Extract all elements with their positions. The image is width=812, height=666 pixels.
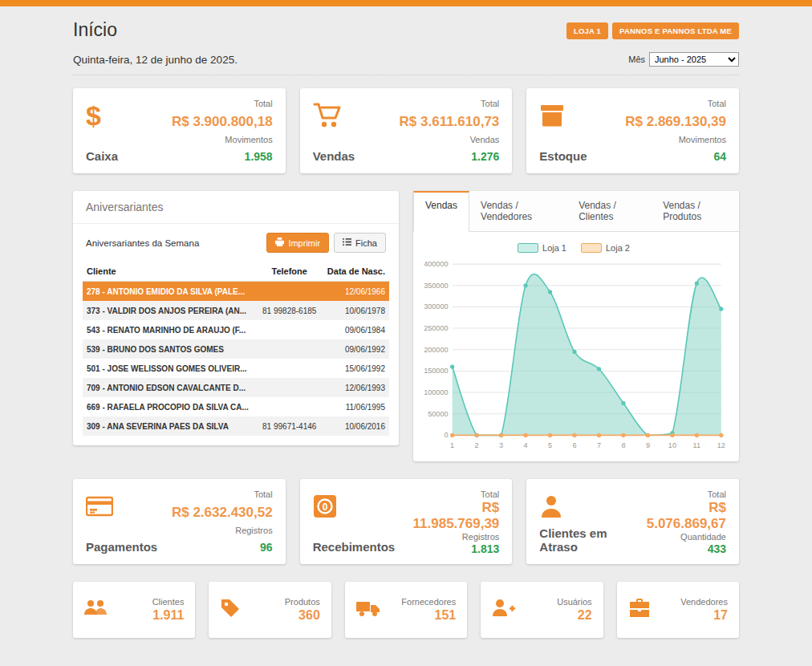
total-value: R$ 5.076.869,67 <box>636 500 726 532</box>
count-value: 64 <box>625 150 726 163</box>
sales-tabs: Vendas Vendas / Vendedores Vendas / Clie… <box>413 191 739 232</box>
company-button[interactable]: PANNOS E PANNOS LTDA ME <box>612 22 739 39</box>
tab-vendas-vendedores[interactable]: Vendas / Vendedores <box>469 191 567 231</box>
stat-card-pagamentos: Pagamentos Total R$ 2.632.430,52 Registr… <box>73 479 286 564</box>
svg-text:9: 9 <box>646 441 650 449</box>
svg-text:7: 7 <box>597 441 601 449</box>
legend-loja1: Loja 1 <box>518 243 566 253</box>
top-accent-bar <box>0 0 812 6</box>
stat-card-vendas: Vendas Total R$ 3.611.610,73 Vendas 1.27… <box>300 88 513 173</box>
svg-text:350000: 350000 <box>424 282 448 290</box>
money-badge-icon: 0 <box>313 489 396 523</box>
month-select[interactable]: Junho - 2025 <box>649 52 739 67</box>
tab-vendas-produtos[interactable]: Vendas / Produtos <box>652 191 739 231</box>
store-button[interactable]: LOJA 1 <box>566 22 608 39</box>
page-title: Início <box>73 19 117 41</box>
table-row[interactable]: 501 - JOSE WELISSON GOMES OLIVEIR...15/0… <box>83 359 389 378</box>
count-label: Movimentos <box>625 135 726 144</box>
table-row[interactable]: 539 - BRUNO DOS SANTOS GOMES09/06/1992 <box>83 339 389 359</box>
person-icon <box>539 489 636 523</box>
print-button[interactable]: Imprimir <box>266 233 329 253</box>
mini-label: Usuários <box>521 597 591 607</box>
cart-icon <box>313 99 355 132</box>
stat-card-title: Caixa <box>86 149 118 163</box>
tab-vendas[interactable]: Vendas <box>413 191 469 232</box>
mini-card-clientes: Clientes 1.911 <box>73 582 195 638</box>
count-value: 1.813 <box>395 542 499 555</box>
svg-text:5: 5 <box>548 441 552 449</box>
svg-text:100000: 100000 <box>424 388 448 396</box>
mini-label: Produtos <box>249 597 319 607</box>
total-label: Total <box>172 489 273 499</box>
loja2-swatch <box>581 243 602 253</box>
tab-vendas-clientes[interactable]: Vendas / Clientes <box>567 191 652 231</box>
svg-text:0: 0 <box>445 431 449 439</box>
current-date: Quinta-feira, 12 de junho de 2025. <box>73 54 238 66</box>
birthdays-table: Cliente Telefone Data de Nasc. 278 - ANT… <box>83 262 389 436</box>
count-label: Registros <box>172 526 273 535</box>
mini-value: 1.911 <box>113 608 184 623</box>
mini-value: 360 <box>249 608 319 623</box>
count-value: 96 <box>172 541 273 554</box>
mini-card-produtos: Produtos 360 <box>209 582 331 638</box>
count-label: Movimentos <box>172 135 273 144</box>
sales-area-chart: 0500001000001500002000002500003000003500… <box>418 258 729 457</box>
svg-text:11: 11 <box>693 441 700 449</box>
loja1-swatch <box>518 243 538 253</box>
credit-card-icon <box>86 489 157 523</box>
svg-text:3: 3 <box>499 441 503 449</box>
table-row[interactable]: 278 - ANTONIO EMIDIO DA SILVA (PALE...12… <box>83 282 389 302</box>
svg-text:250000: 250000 <box>424 324 448 332</box>
printer-icon <box>275 238 284 248</box>
total-label: Total <box>636 489 726 499</box>
count-label: Registros <box>395 532 499 542</box>
mini-label: Fornecedores <box>385 597 456 607</box>
svg-text:12: 12 <box>717 441 725 449</box>
chart-legend: Loja 1 Loja 2 <box>418 243 729 253</box>
svg-text:8: 8 <box>621 441 625 449</box>
briefcase-icon <box>628 599 657 621</box>
total-label: Total <box>400 99 500 108</box>
box-icon <box>539 99 587 132</box>
sales-panel: Vendas Vendas / Vendedores Vendas / Clie… <box>413 191 739 461</box>
svg-text:300000: 300000 <box>424 303 448 311</box>
stat-card-estoque: Estoque Total R$ 2.869.130,39 Movimentos… <box>526 88 739 173</box>
main-container: Início LOJA 1 PANNOS E PANNOS LTDA ME Qu… <box>73 6 739 638</box>
total-value: R$ 2.869.130,39 <box>625 114 726 130</box>
stat-card-title: Recebimentos <box>313 540 396 554</box>
svg-text:0: 0 <box>322 501 327 512</box>
total-label: Total <box>625 99 726 108</box>
total-label: Total <box>172 99 273 108</box>
mini-card-usuarios: Usuários 22 <box>481 582 603 638</box>
stat-card-recebimentos: 0 Recebimentos Total R$ 11.985.769,39 Re… <box>300 479 513 564</box>
column-nasc: Data de Nasc. <box>321 262 389 282</box>
list-icon <box>343 238 351 248</box>
user-plus-icon <box>492 599 521 621</box>
stat-card-title: Clientes em Atraso <box>539 526 636 554</box>
svg-text:10: 10 <box>668 441 676 449</box>
count-label: Vendas <box>400 135 500 144</box>
svg-text:50000: 50000 <box>428 410 448 418</box>
table-row[interactable]: 669 - RAFAELA PROCOPIO DA SILVA CA...11/… <box>83 397 389 416</box>
ficha-button[interactable]: Ficha <box>334 233 386 253</box>
table-row[interactable]: 373 - VALDIR DOS ANJOS PEREIRA (AN...81 … <box>83 301 389 320</box>
svg-text:4: 4 <box>524 441 528 449</box>
total-value: R$ 11.985.769,39 <box>395 500 499 532</box>
table-row[interactable]: 543 - RENATO MARINHO DE ARAUJO (F...09/0… <box>83 320 389 339</box>
total-value: R$ 3.900.800,18 <box>172 114 273 130</box>
svg-text:6: 6 <box>572 441 576 449</box>
stat-card-title: Estoque <box>539 149 587 163</box>
users-icon <box>84 599 113 620</box>
birthdays-subtitle: Aniversariantes da Semana <box>86 238 199 248</box>
stat-card-title: Pagamentos <box>86 540 157 554</box>
table-row[interactable]: 709 - ANTONIO EDSON CAVALCANTE D...12/06… <box>83 378 389 397</box>
svg-text:200000: 200000 <box>424 346 448 354</box>
mini-value: 17 <box>657 608 728 623</box>
svg-text:400000: 400000 <box>424 260 448 268</box>
stat-card-title: Vendas <box>313 149 355 163</box>
svg-text:2: 2 <box>475 441 479 449</box>
column-telefone: Telefone <box>258 262 322 282</box>
table-row[interactable]: 309 - ANA SEVERINA PAES DA SILVA81 99671… <box>83 416 389 436</box>
count-label: Quantidade <box>636 532 726 542</box>
stat-card-caixa: $ Caixa Total R$ 3.900.800,18 Movimentos… <box>73 88 286 173</box>
